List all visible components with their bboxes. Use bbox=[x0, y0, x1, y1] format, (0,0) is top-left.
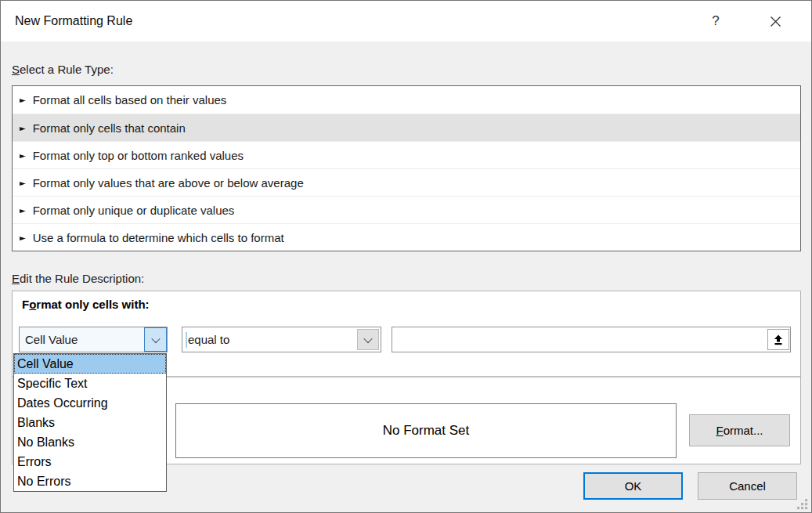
new-formatting-rule-dialog: New Formatting Rule ? Select a Rule Type… bbox=[0, 0, 812, 513]
operator-combobox[interactable]: equal to bbox=[182, 327, 381, 352]
condition-type-dropdown-list: Cell Value Specific Text Dates Occurring… bbox=[13, 353, 167, 492]
dropdown-option-no-errors[interactable]: No Errors bbox=[14, 471, 166, 491]
rule-type-label: Format only cells that contain bbox=[33, 121, 186, 135]
help-icon: ? bbox=[712, 13, 719, 29]
condition-type-value: Cell Value bbox=[25, 327, 78, 352]
close-button[interactable] bbox=[762, 9, 789, 34]
operator-dropdown-button[interactable] bbox=[357, 329, 379, 350]
dropdown-option-errors[interactable]: Errors bbox=[14, 452, 166, 471]
rule-type-item-unique-duplicate[interactable]: ► Format only unique or duplicate values bbox=[13, 196, 800, 223]
rule-type-label: Format only top or bottom ranked values bbox=[33, 149, 244, 162]
text-caret bbox=[186, 332, 187, 348]
resize-grip[interactable] bbox=[797, 499, 808, 510]
format-only-cells-with-label: Format only cells with: bbox=[22, 298, 150, 311]
dropdown-option-dates-occurring[interactable]: Dates Occurring bbox=[14, 393, 166, 413]
collapse-dialog-button[interactable] bbox=[767, 329, 789, 350]
dropdown-option-no-blanks[interactable]: No Blanks bbox=[14, 432, 166, 452]
cancel-button[interactable]: Cancel bbox=[698, 472, 797, 500]
rule-type-item-use-formula[interactable]: ► Use a formula to determine which cells… bbox=[13, 223, 800, 251]
dropdown-option-blanks[interactable]: Blanks bbox=[14, 413, 166, 432]
rule-type-item-format-all-cells[interactable]: ► Format all cells based on their values bbox=[13, 86, 800, 114]
condition-value-input[interactable] bbox=[392, 327, 791, 352]
condition-type-combobox[interactable]: Cell Value bbox=[19, 327, 168, 352]
dialog-title: New Formatting Rule bbox=[15, 1, 132, 42]
rule-bullet-icon: ► bbox=[20, 96, 26, 104]
condition-type-dropdown-button[interactable] bbox=[144, 327, 167, 352]
rule-type-label: Format all cells based on their values bbox=[33, 93, 227, 107]
chevron-down-icon bbox=[151, 334, 160, 342]
select-rule-type-label: Select a Rule Type: bbox=[12, 63, 114, 76]
rule-type-item-format-cells-that-contain[interactable]: ► Format only cells that contain bbox=[13, 114, 800, 141]
rule-bullet-icon: ► bbox=[20, 206, 26, 215]
collapse-dialog-icon bbox=[772, 334, 785, 346]
ok-button[interactable]: OK bbox=[583, 472, 683, 500]
help-button[interactable]: ? bbox=[702, 9, 729, 34]
format-preview-text: No Format Set bbox=[383, 423, 470, 439]
close-icon bbox=[770, 16, 781, 27]
rule-bullet-icon: ► bbox=[20, 179, 26, 187]
operator-value: equal to bbox=[188, 327, 229, 352]
format-preview-box: No Format Set bbox=[175, 403, 677, 458]
rule-type-listbox[interactable]: ► Format all cells based on their values… bbox=[12, 85, 801, 251]
chevron-down-icon bbox=[363, 334, 372, 342]
edit-rule-description-label: Edit the Rule Description: bbox=[12, 272, 144, 285]
rule-type-label: Format only unique or duplicate values bbox=[33, 204, 235, 217]
titlebar[interactable]: New Formatting Rule ? bbox=[1, 1, 811, 42]
dropdown-option-specific-text[interactable]: Specific Text bbox=[14, 374, 166, 393]
dropdown-option-cell-value[interactable]: Cell Value bbox=[14, 354, 166, 374]
rule-bullet-icon: ► bbox=[20, 124, 26, 132]
rule-bullet-icon: ► bbox=[20, 233, 26, 242]
rule-type-item-above-below-average[interactable]: ► Format only values that are above or b… bbox=[13, 168, 800, 196]
rule-type-label: Use a formula to determine which cells t… bbox=[33, 231, 284, 244]
rule-type-item-top-bottom-ranked[interactable]: ► Format only top or bottom ranked value… bbox=[13, 141, 800, 168]
format-button[interactable]: Format... bbox=[689, 414, 790, 446]
rule-type-label: Format only values that are above or bel… bbox=[33, 176, 304, 190]
rule-bullet-icon: ► bbox=[20, 151, 26, 160]
